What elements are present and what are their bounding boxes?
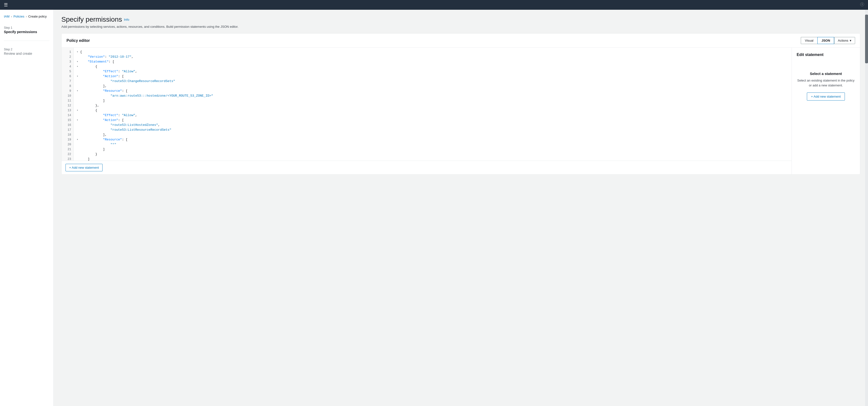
- add-new-statement-button-panel[interactable]: + Add new statement: [807, 93, 845, 101]
- code-line-14: "Effect": "Allow",: [74, 113, 792, 118]
- code-line-19: ▾ "Resource": [: [74, 137, 792, 142]
- editor-footer: + Add new statement: [62, 161, 792, 174]
- select-statement-label: Select a statement: [810, 72, 842, 76]
- line-num-4: 4: [62, 64, 73, 69]
- line-num-14: 14: [62, 113, 73, 118]
- sidebar-step-2[interactable]: Step 2 Review and create: [4, 46, 50, 58]
- breadcrumb: IAM › Policies › Create policy: [4, 14, 50, 18]
- code-line-17: "route53:ListResourceRecordSets": [74, 128, 792, 132]
- line-num-8: 8: [62, 84, 73, 89]
- line-num-21: 21: [62, 147, 73, 152]
- top-bar: ☰: [0, 0, 868, 10]
- code-content: 1 2 3 4 5 6 7 8 9 10 11 12 13: [62, 48, 792, 161]
- line-num-6: 6: [62, 74, 73, 79]
- page-subtitle: Add permissions by selecting services, a…: [61, 25, 860, 29]
- line-num-17: 17: [62, 128, 73, 132]
- code-line-8: ],: [74, 84, 792, 89]
- code-line-1: ▾{: [74, 49, 792, 55]
- policy-editor-section: Policy editor Visual JSON Actions ▾: [61, 33, 860, 174]
- code-line-5: "Effect": "Allow",: [74, 69, 792, 74]
- breadcrumb-iam[interactable]: IAM: [4, 14, 9, 18]
- scrollbar-thumb: [865, 14, 868, 63]
- line-numbers: 1 2 3 4 5 6 7 8 9 10 11 12 13: [62, 48, 74, 161]
- code-line-22: }: [74, 152, 792, 157]
- main-layout: IAM › Policies › Create policy Step 1 Sp…: [0, 10, 868, 406]
- code-line-11: ]: [74, 98, 792, 103]
- visual-button[interactable]: Visual: [801, 37, 817, 44]
- sidebar-steps: Step 1 Specify permissions Step 2 Review…: [4, 24, 50, 58]
- page-title: Specify permissions: [61, 15, 122, 23]
- policy-editor-header: Policy editor Visual JSON Actions ▾: [62, 34, 860, 48]
- line-num-13: 13: [62, 108, 73, 113]
- line-num-3: 3: [62, 59, 73, 64]
- code-line-4: ▾ {: [74, 64, 792, 69]
- line-num-11: 11: [62, 98, 73, 103]
- help-icon[interactable]: ℹ: [860, 2, 864, 6]
- json-button[interactable]: JSON: [817, 37, 834, 44]
- code-lines: ▾{ "Version": "2012-10-17", ▾ "Statement…: [74, 48, 792, 161]
- line-num-2: 2: [62, 55, 73, 59]
- code-line-7: "route53:ChangeResourceRecordSets": [74, 79, 792, 84]
- breadcrumb-sep-2: ›: [26, 15, 27, 18]
- step-1-name: Specify permissions: [4, 30, 50, 34]
- line-num-18: 18: [62, 132, 73, 137]
- line-num-23: 23: [62, 157, 73, 161]
- line-num-7: 7: [62, 79, 73, 84]
- step-2-label: Step 2: [4, 48, 50, 51]
- actions-button[interactable]: Actions ▾: [834, 37, 855, 44]
- hamburger-icon[interactable]: ☰: [4, 2, 8, 7]
- page-title-row: Specify permissions Info: [61, 15, 860, 23]
- chevron-down-icon: ▾: [850, 39, 851, 42]
- line-num-10: 10: [62, 94, 73, 98]
- line-num-15: 15: [62, 118, 73, 123]
- code-line-21: ]: [74, 147, 792, 152]
- line-num-1: 1: [62, 49, 73, 55]
- policy-editor-title: Policy editor: [66, 38, 90, 43]
- actions-label: Actions: [838, 39, 848, 42]
- code-line-18: ],: [74, 132, 792, 137]
- content-area: Specify permissions Info Add permissions…: [54, 10, 868, 406]
- code-line-10: "arn:aws:route53:::hostedzone/<YOUR_ROUT…: [74, 94, 792, 98]
- line-num-12: 12: [62, 103, 73, 108]
- line-num-20: 20: [62, 142, 73, 147]
- line-num-22: 22: [62, 152, 73, 157]
- breadcrumb-current: Create policy: [28, 14, 47, 18]
- sidebar-step-1[interactable]: Step 1 Specify permissions: [4, 24, 50, 36]
- breadcrumb-policies[interactable]: Policies: [13, 14, 24, 18]
- breadcrumb-sep-1: ›: [11, 15, 12, 18]
- code-line-9: ▾ "Resource": [: [74, 89, 792, 94]
- code-line-6: ▾ "Action": [: [74, 74, 792, 79]
- code-editor[interactable]: 1 2 3 4 5 6 7 8 9 10 11 12 13: [62, 48, 792, 174]
- scrollbar[interactable]: [865, 10, 868, 406]
- code-line-13: ▾ {: [74, 108, 792, 113]
- select-statement-desc: Select an existing statement in the poli…: [797, 78, 855, 88]
- page-header: Specify permissions Info Add permissions…: [61, 15, 860, 29]
- add-new-statement-button-bottom[interactable]: + Add new statement: [65, 164, 102, 171]
- code-line-2: "Version": "2012-10-17",: [74, 55, 792, 59]
- info-link[interactable]: Info: [124, 18, 129, 22]
- line-num-16: 16: [62, 123, 73, 128]
- line-num-19: 19: [62, 137, 73, 142]
- code-line-12: },: [74, 103, 792, 108]
- editor-main: 1 2 3 4 5 6 7 8 9 10 11 12 13: [62, 48, 860, 174]
- step-2-name: Review and create: [4, 52, 50, 56]
- code-line-23: ]: [74, 157, 792, 161]
- code-line-15: ▾ "Action": [: [74, 118, 792, 123]
- code-line-3: ▾ "Statement": [: [74, 59, 792, 64]
- sidebar: IAM › Policies › Create policy Step 1 Sp…: [0, 10, 54, 406]
- code-line-20: "*": [74, 142, 792, 147]
- line-num-9: 9: [62, 89, 73, 94]
- edit-statement-title: Edit statement: [797, 53, 824, 57]
- editor-controls: Visual JSON Actions ▾: [801, 37, 855, 44]
- line-num-5: 5: [62, 69, 73, 74]
- edit-statement-content: Select a statement Select an existing st…: [797, 72, 855, 101]
- edit-statement-panel: Edit statement Select a statement Select…: [792, 48, 860, 174]
- code-line-16: "route53:ListHostedZones",: [74, 123, 792, 128]
- step-1-label: Step 1: [4, 26, 50, 29]
